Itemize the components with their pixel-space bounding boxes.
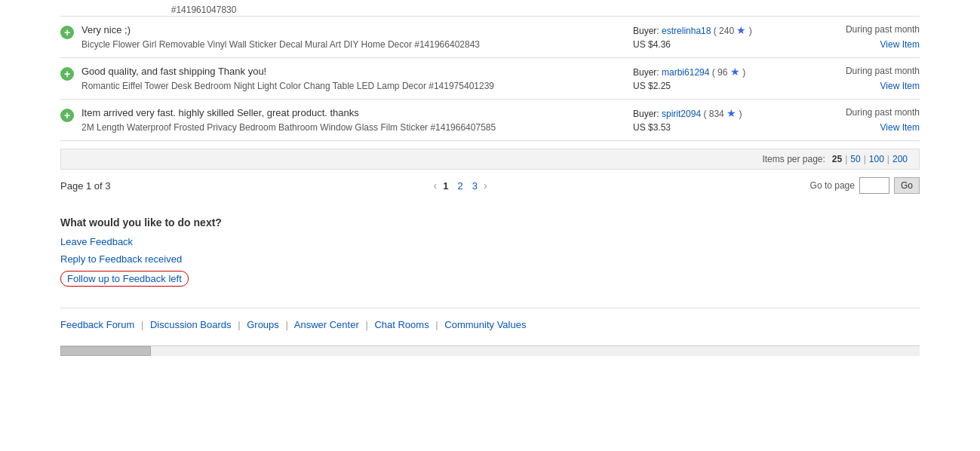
footer-links: Feedback Forum | Discussion Boards | Gro… <box>60 308 920 338</box>
date-col-3: During past month View Item <box>799 107 920 133</box>
view-item-link-3[interactable]: View Item <box>799 122 920 133</box>
followup-feedback-link[interactable]: Follow up to Feedback left <box>60 271 189 287</box>
buyer-score-3: ( 834 ★ ) <box>703 109 742 119</box>
feedback-row-2: + Good quality, and fast shipping Thank … <box>60 58 920 100</box>
star-icon-2: ★ <box>730 66 740 78</box>
clipped-item-id: #141961047830 <box>171 5 237 15</box>
content-col-1: Very nice ;) Bicycle Flower Girl Removab… <box>81 24 633 50</box>
buyer-score-1: ( 240 ★ ) <box>714 26 752 36</box>
buyer-col-2: Buyer: marbi61294 ( 96 ★ ) US $2.25 <box>633 66 799 91</box>
page-links: ‹ 1 2 3 › <box>434 179 487 192</box>
items-per-page-label: Items per page: <box>762 154 825 164</box>
positive-icon-2: + <box>60 66 81 81</box>
positive-icon-3: + <box>60 107 81 122</box>
footer-answer-center[interactable]: Answer Center <box>294 319 359 330</box>
goto-label: Go to page <box>810 180 855 191</box>
goto-button[interactable]: Go <box>894 177 920 194</box>
buyer-col-1: Buyer: estrelinha18 ( 240 ★ ) US $4.36 <box>633 24 799 50</box>
positive-icon-1: + <box>60 24 81 39</box>
view-item-link-1[interactable]: View Item <box>799 39 920 50</box>
buyer-name-3[interactable]: spirit2094 <box>662 109 701 119</box>
footer-feedback-forum[interactable]: Feedback Forum <box>60 319 134 330</box>
feedback-comment-2: Good quality, and fast shipping Thank yo… <box>81 66 625 77</box>
buyer-label-3: Buyer: <box>633 109 659 119</box>
next-actions: What would you like to do next? Leave Fe… <box>60 216 920 308</box>
buyer-name-1[interactable]: estrelinha18 <box>662 26 711 36</box>
price-1: US $4.36 <box>633 39 791 50</box>
page-num-1[interactable]: 1 <box>440 179 451 192</box>
item-link-3[interactable]: 2M Length Waterproof Frosted Privacy Bed… <box>81 122 496 133</box>
footer-discussion-boards[interactable]: Discussion Boards <box>150 319 232 330</box>
goto-section: Go to page Go <box>810 177 920 194</box>
next-page-arrow[interactable]: › <box>484 179 487 192</box>
feedback-row-1: + Very nice ;) Bicycle Flower Girl Remov… <box>60 17 920 58</box>
page-info: Page 1 of 3 <box>60 180 111 192</box>
buyer-col-3: Buyer: spirit2094 ( 834 ★ ) US $3.53 <box>633 107 799 133</box>
star-icon-1: ★ <box>736 24 746 36</box>
date-text-3: During past month <box>799 107 920 118</box>
footer-community-values[interactable]: Community Values <box>444 319 526 330</box>
leave-feedback-link[interactable]: Leave Feedback <box>60 236 920 247</box>
date-col-1: During past month View Item <box>799 24 920 50</box>
goto-input[interactable] <box>859 177 889 194</box>
view-item-link-2[interactable]: View Item <box>799 81 920 91</box>
next-actions-title: What would you like to do next? <box>60 216 920 229</box>
date-col-2: During past month View Item <box>799 66 920 91</box>
per-page-25[interactable]: 25 <box>832 154 842 164</box>
feedback-comment-3: Item arrived very fast. highly skilled S… <box>81 107 625 118</box>
date-text-1: During past month <box>799 24 920 35</box>
reply-feedback-link[interactable]: Reply to Feedback received <box>60 253 920 265</box>
feedback-comment-1: Very nice ;) <box>81 24 625 35</box>
pagination-bar: Items per page: 25 | 50 | 100 | 200 <box>60 149 920 170</box>
item-link-2[interactable]: Romantic Eiffel Tower Desk Bedroom Night… <box>81 81 494 91</box>
date-text-2: During past month <box>799 66 920 76</box>
buyer-label-1: Buyer: <box>633 26 659 36</box>
clipped-top-row: #141961047830 <box>60 0 920 17</box>
buyer-score-2: ( 96 ★ ) <box>712 67 745 78</box>
price-2: US $2.25 <box>633 81 791 91</box>
footer-groups[interactable]: Groups <box>247 319 279 330</box>
per-page-200[interactable]: 200 <box>892 154 908 164</box>
price-3: US $3.53 <box>633 122 791 133</box>
content-col-2: Good quality, and fast shipping Thank yo… <box>81 66 633 91</box>
star-icon-3: ★ <box>727 107 736 119</box>
prev-page-arrow[interactable]: ‹ <box>434 179 438 192</box>
content-col-3: Item arrived very fast. highly skilled S… <box>81 107 633 133</box>
page-nav-row: Page 1 of 3 ‹ 1 2 3 › Go to page Go <box>60 170 920 201</box>
per-page-50[interactable]: 50 <box>850 154 860 164</box>
item-link-1[interactable]: Bicycle Flower Girl Removable Vinyl Wall… <box>81 39 480 50</box>
page-num-3[interactable]: 3 <box>469 179 481 192</box>
horizontal-scrollbar[interactable] <box>60 345 920 356</box>
buyer-label-2: Buyer: <box>633 67 659 78</box>
feedback-row-3: + Item arrived very fast. highly skilled… <box>60 100 920 141</box>
page-num-2[interactable]: 2 <box>454 179 465 192</box>
footer-chat-rooms[interactable]: Chat Rooms <box>374 319 429 330</box>
scrollbar-thumb[interactable] <box>60 346 151 356</box>
per-page-100[interactable]: 100 <box>869 154 884 164</box>
buyer-name-2[interactable]: marbi61294 <box>662 67 709 78</box>
